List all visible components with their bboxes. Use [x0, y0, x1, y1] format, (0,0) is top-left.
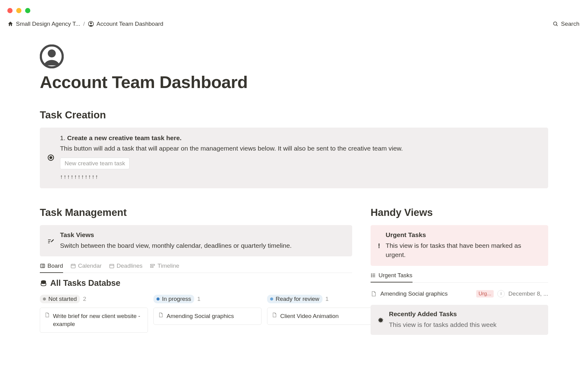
page-icon[interactable] [40, 44, 64, 68]
window-controls [0, 0, 588, 13]
breadcrumb-current-label: Account Team Dashboard [96, 21, 163, 27]
tab-urgent-label: Urgent Tasks [379, 272, 413, 279]
urgent-tasks-title: Urgent Tasks [386, 231, 541, 239]
list-icon [371, 273, 376, 278]
target-icon [47, 135, 55, 180]
page-icon [158, 312, 164, 318]
board-column-ready-for-review: Ready for review 1 Client Video Animatio… [267, 295, 375, 332]
board-header[interactable]: Not started 2 [40, 295, 148, 303]
search-icon [552, 21, 559, 27]
page-icon [371, 291, 377, 297]
pencil-edit-icon [47, 232, 55, 250]
columns: Task Management Task Views Switch betwee… [40, 207, 548, 335]
urgent-tasks-desc: This view is for tasks that have been ma… [386, 241, 541, 260]
list-item[interactable]: Amending Social graphics Urg... I Decemb… [371, 287, 548, 301]
user-circle-icon [88, 21, 94, 27]
task-management-column: Task Management Task Views Switch betwee… [40, 207, 352, 335]
svg-point-1 [90, 22, 92, 24]
callout-title: 1. Create a new creative team task here. [60, 134, 541, 142]
tab-timeline-label: Timeline [157, 263, 179, 269]
urgent-badge: Urg... [476, 290, 494, 297]
card[interactable]: Amending Social graphics [153, 308, 262, 325]
card[interactable]: Write brief for new client website - exa… [40, 308, 148, 332]
svg-rect-18 [151, 266, 153, 268]
burst-icon [377, 311, 384, 329]
status-pill-ready-for-review: Ready for review [267, 295, 322, 303]
page-title[interactable]: Account Team Dashboard [40, 72, 548, 92]
recently-added-callout: Recently Added Tasks This view is for ta… [371, 305, 548, 335]
breadcrumb: Small Design Agency T... / Account Team … [7, 21, 163, 27]
database-title-label: All Tasks Databse [50, 278, 120, 288]
svg-point-23 [371, 274, 372, 274]
board-header[interactable]: Ready for review 1 [267, 295, 375, 303]
search-label: Search [561, 21, 579, 27]
board-column-in-progress: In progress 1 Amending Social graphics [153, 295, 262, 332]
search-button[interactable]: Search [552, 21, 579, 27]
window-maximize-button[interactable] [25, 8, 30, 13]
breadcrumb-parent[interactable]: Small Design Agency T... [7, 21, 80, 27]
task-views-desc: Switch between the board view, monthly c… [60, 241, 292, 250]
tab-board[interactable]: Board [40, 263, 63, 273]
svg-point-7 [50, 157, 52, 159]
card-title: Client Video Animation [280, 312, 339, 320]
topbar: Small Design Agency T... / Account Team … [0, 13, 588, 27]
tab-board-label: Board [47, 263, 63, 269]
status-pill-in-progress: In progress [153, 295, 194, 303]
svg-point-25 [371, 277, 372, 277]
board-header[interactable]: In progress 1 [153, 295, 262, 303]
board-count: 1 [197, 296, 201, 302]
page-icon [272, 312, 277, 318]
tab-timeline[interactable]: Timeline [150, 263, 179, 273]
list-icon [109, 263, 115, 269]
breadcrumb-separator: / [83, 21, 85, 27]
task-views-title: Task Views [60, 231, 292, 239]
status-pill-not-started: Not started [40, 295, 80, 303]
svg-line-3 [556, 25, 557, 26]
tab-urgent-tasks[interactable]: Urgent Tasks [371, 272, 413, 282]
recently-added-desc: This view is for tasks added this week [389, 320, 496, 329]
breadcrumb-current[interactable]: Account Team Dashboard [88, 21, 163, 27]
tab-deadlines[interactable]: Deadlines [109, 263, 143, 273]
database-icon [40, 280, 47, 287]
callout-description: This button will add a task that will ap… [60, 145, 541, 152]
tab-calendar-label: Calendar [78, 263, 102, 269]
svg-rect-15 [110, 264, 114, 268]
window-minimize-button[interactable] [16, 8, 21, 13]
section-task-management-heading: Task Management [40, 207, 352, 218]
assignee-avatar[interactable]: I [497, 290, 505, 297]
callout-body: 1. Create a new creative team task here.… [60, 134, 541, 180]
callout-number: 1. [60, 134, 67, 141]
card[interactable]: Client Video Animation [267, 308, 375, 325]
callout-bold: Create a new creative team task here. [67, 134, 182, 141]
urgent-view-tabs: Urgent Tasks [371, 272, 548, 283]
home-icon [7, 21, 13, 27]
database-title[interactable]: All Tasks Databse [40, 278, 352, 288]
board-icon [40, 263, 45, 269]
handy-views-column: Handy Views ! Urgent Tasks This view is … [371, 207, 548, 335]
timeline-icon [150, 263, 155, 269]
board-count: 1 [326, 296, 329, 302]
task-views-callout: Task Views Switch between the board view… [40, 225, 352, 256]
arrow-hint: ↑↑↑↑↑↑↑↑↑↑↑ [60, 174, 541, 180]
svg-rect-17 [151, 264, 155, 266]
svg-point-5 [48, 49, 56, 57]
board-column-not-started: Not started 2 Write brief for new client… [40, 295, 148, 332]
card-title: Amending Social graphics [167, 312, 234, 320]
board-count: 2 [83, 296, 86, 302]
svg-point-24 [371, 275, 372, 276]
new-creative-team-task-button[interactable]: New creative team task [60, 158, 130, 169]
list-item-title: Amending Social graphics [380, 290, 473, 297]
svg-rect-11 [71, 264, 75, 268]
list-item-date: December 8, ... [508, 290, 548, 297]
page-icon [44, 312, 50, 318]
tab-deadlines-label: Deadlines [117, 263, 143, 269]
page-content: Account Team Dashboard Task Creation 1. … [0, 27, 588, 335]
svg-point-2 [553, 22, 557, 25]
window-close-button[interactable] [7, 8, 13, 13]
breadcrumb-parent-label: Small Design Agency T... [16, 21, 80, 27]
recently-added-title: Recently Added Tasks [389, 310, 496, 318]
calendar-icon [70, 263, 76, 269]
tab-calendar[interactable]: Calendar [70, 263, 102, 273]
exclamation-icon: ! [378, 232, 380, 260]
section-handy-views-heading: Handy Views [371, 207, 548, 218]
